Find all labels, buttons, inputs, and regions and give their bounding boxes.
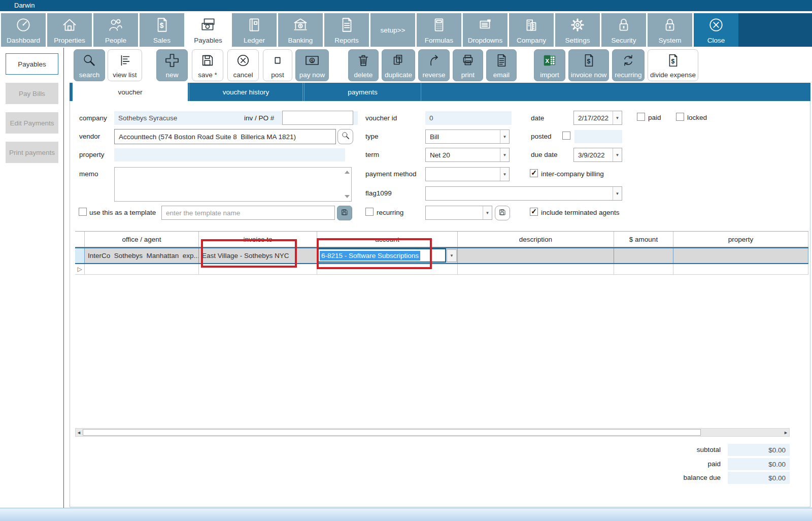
recurring-select[interactable]: ▼ <box>425 206 492 220</box>
inter-company-billing-checkbox[interactable] <box>530 169 538 177</box>
paid-total-label: paid <box>645 460 721 468</box>
include-terminated-agents-label: include terminated agents <box>541 209 620 216</box>
nav-system[interactable]: System <box>648 13 692 47</box>
template-name-input[interactable] <box>161 206 335 220</box>
nav-security[interactable]: Security <box>601 13 646 47</box>
nav-payables[interactable]: Payables <box>186 13 230 47</box>
posted-checkbox[interactable] <box>562 132 570 140</box>
nav-properties[interactable]: Properties <box>47 13 92 47</box>
term-select[interactable]: Net 20 ▼ <box>425 148 510 162</box>
row-selector-cell[interactable] <box>75 248 85 263</box>
nav-sales[interactable]: $ Sales <box>140 13 184 47</box>
duplicate-button[interactable]: duplicate <box>382 49 415 81</box>
balance-due-value: $0.00 <box>728 472 790 484</box>
nav-settings[interactable]: Settings <box>555 13 600 47</box>
paid-checkbox[interactable] <box>637 113 645 121</box>
grid-header-row: office / agent invoice to account descri… <box>75 231 808 247</box>
nav-people[interactable]: People <box>93 13 138 47</box>
memo-textarea[interactable] <box>114 167 352 202</box>
window-title: Darwin <box>14 2 35 9</box>
printer-icon <box>460 50 476 71</box>
recurring-checkbox[interactable] <box>365 208 374 216</box>
nav-dropdowns[interactable]: Dropdowns <box>463 13 507 47</box>
post-button[interactable]: post <box>263 49 292 81</box>
cancel-circle-icon <box>235 50 251 71</box>
scroll-up-icon[interactable] <box>345 171 350 174</box>
property-field[interactable] <box>114 148 345 161</box>
invoice-now-button[interactable]: $ invoice now <box>568 49 609 81</box>
scroll-right-icon[interactable]: ► <box>783 430 789 435</box>
sidebar-item-edit-payments[interactable]: Edit Payments <box>6 112 58 134</box>
pay-now-button[interactable]: $ pay now <box>295 49 329 81</box>
save-template-button[interactable] <box>337 206 352 220</box>
nav-dashboard[interactable]: Dashboard <box>1 13 46 47</box>
nav-close[interactable]: Close <box>694 13 738 47</box>
cell-amount[interactable] <box>614 248 673 263</box>
table-row[interactable]: InterCo Sothebys Manhattan exp... East V… <box>75 247 808 264</box>
annotation-account-highlight <box>317 238 432 269</box>
cell-office-agent[interactable]: InterCo Sothebys Manhattan exp... <box>85 248 199 263</box>
svg-text:$: $ <box>299 24 302 29</box>
lock-icon <box>615 13 632 37</box>
tab-voucher-history[interactable]: voucher history <box>189 83 303 101</box>
email-button[interactable]: email <box>486 49 517 81</box>
chevron-down-icon[interactable]: ▼ <box>447 249 457 262</box>
due-date-select[interactable]: 3/9/2022 ▼ <box>573 148 622 162</box>
inv-po-input[interactable] <box>282 111 353 125</box>
sidebar-item-pay-bills[interactable]: Pay Bills <box>6 83 58 104</box>
flag1099-label: flag1099 <box>365 189 392 197</box>
vendor-input[interactable]: Accounttech (574 Boston Road Suite 8 Bil… <box>114 129 336 144</box>
locked-checkbox[interactable] <box>676 113 684 121</box>
include-terminated-agents-checkbox[interactable] <box>530 208 538 216</box>
nav-company[interactable]: Company <box>509 13 554 47</box>
view-list-button[interactable]: view list <box>108 49 142 81</box>
nav-setup[interactable]: setup>> <box>370 13 415 47</box>
sidebar-item-payables[interactable]: Payables <box>6 53 58 75</box>
delete-button[interactable]: delete <box>348 49 379 81</box>
save-recurring-button[interactable] <box>495 206 510 220</box>
posted-field <box>574 130 622 143</box>
table-row-new[interactable]: ▷ <box>75 264 808 275</box>
print-button[interactable]: print <box>453 49 483 81</box>
new-row-marker-icon: ▷ <box>75 264 85 274</box>
divide-expense-button[interactable]: $ divide expense <box>648 49 698 81</box>
tab-voucher[interactable]: voucher <box>73 83 188 101</box>
import-button[interactable]: X import <box>534 49 565 81</box>
date-select[interactable]: 2/17/2022 ▼ <box>573 111 622 125</box>
vendor-search-button[interactable] <box>337 129 353 144</box>
scroll-left-icon[interactable]: ◄ <box>76 430 82 435</box>
save-button[interactable]: save * <box>192 49 223 81</box>
sidebar-item-print-payments[interactable]: Print payments <box>6 142 58 163</box>
chevron-down-icon: ▼ <box>500 148 509 161</box>
voucher-id-field: 0 <box>425 111 512 125</box>
recurring-button[interactable]: recurring <box>612 49 645 81</box>
nav-formulas[interactable]: Formulas <box>417 13 461 47</box>
excel-icon: X <box>542 50 557 71</box>
toolbar-filler <box>738 13 812 47</box>
scrollbar-thumb[interactable] <box>83 429 701 436</box>
scroll-down-icon[interactable] <box>345 195 350 198</box>
annotation-invoice-to-highlight <box>201 239 297 268</box>
chevron-down-icon: ▼ <box>483 206 492 219</box>
tab-payments[interactable]: payments <box>304 83 421 101</box>
type-select[interactable]: Bill ▼ <box>425 129 510 144</box>
use-template-checkbox[interactable] <box>79 208 87 216</box>
nav-ledger[interactable]: Ledger <box>232 13 277 47</box>
close-circle-icon <box>707 13 725 37</box>
paid-label: paid <box>648 114 661 121</box>
search-button[interactable]: search <box>74 49 105 81</box>
horizontal-scrollbar[interactable]: ◄ ► <box>75 428 790 437</box>
banknote-icon: $ <box>304 50 320 71</box>
property-label: property <box>79 151 105 158</box>
reverse-button[interactable]: reverse <box>418 49 450 81</box>
inv-po-label: inv / PO # <box>244 114 274 122</box>
nav-reports[interactable]: Reports <box>324 13 369 47</box>
type-label: type <box>365 133 379 140</box>
payment-method-select[interactable]: ▼ <box>425 167 510 181</box>
cell-description[interactable] <box>458 248 614 263</box>
flag1099-select[interactable]: ▼ <box>425 186 622 201</box>
new-button[interactable]: new <box>156 49 188 81</box>
cell-property[interactable] <box>673 248 808 263</box>
cancel-button[interactable]: cancel <box>227 49 259 81</box>
nav-banking[interactable]: $ Banking <box>278 13 323 47</box>
